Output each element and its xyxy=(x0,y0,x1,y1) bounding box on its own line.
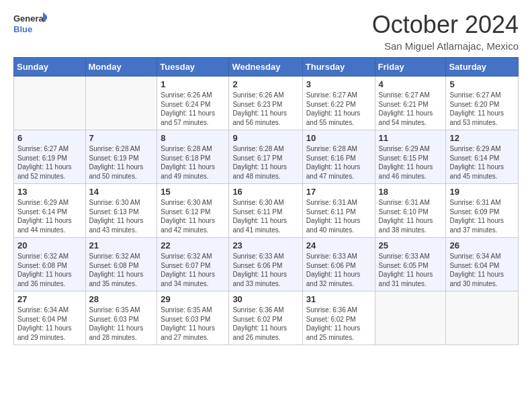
calendar-week-row: 13Sunrise: 6:29 AMSunset: 6:14 PMDayligh… xyxy=(14,184,519,238)
title-section: October 2024 San Miguel Atlamajac, Mexic… xyxy=(372,11,519,52)
header: General Blue October 2024 San Miguel Atl… xyxy=(13,11,519,52)
cell-info: Sunrise: 6:31 AMSunset: 6:11 PMDaylight:… xyxy=(306,198,371,234)
calendar-week-row: 6Sunrise: 6:27 AMSunset: 6:19 PMDaylight… xyxy=(14,130,519,184)
cell-info: Sunrise: 6:36 AMSunset: 6:02 PMDaylight:… xyxy=(232,306,298,342)
day-number: 4 xyxy=(379,79,443,89)
calendar-cell: 16Sunrise: 6:30 AMSunset: 6:11 PMDayligh… xyxy=(229,184,302,238)
cell-info: Sunrise: 6:30 AMSunset: 6:11 PMDaylight:… xyxy=(232,198,298,234)
calendar-cell xyxy=(85,77,157,130)
cell-info: Sunrise: 6:34 AMSunset: 6:04 PMDaylight:… xyxy=(17,306,82,342)
day-number: 22 xyxy=(161,240,225,250)
calendar-cell: 6Sunrise: 6:27 AMSunset: 6:19 PMDaylight… xyxy=(14,130,86,184)
day-number: 20 xyxy=(17,240,82,250)
calendar-cell: 27Sunrise: 6:34 AMSunset: 6:04 PMDayligh… xyxy=(14,291,86,345)
calendar-cell: 10Sunrise: 6:28 AMSunset: 6:16 PMDayligh… xyxy=(302,130,375,184)
day-number: 25 xyxy=(379,240,443,250)
calendar-cell: 19Sunrise: 6:31 AMSunset: 6:09 PMDayligh… xyxy=(446,184,519,238)
logo-svg: General Blue xyxy=(13,11,47,38)
calendar-cell xyxy=(446,291,519,345)
day-number: 18 xyxy=(379,187,443,197)
cell-info: Sunrise: 6:31 AMSunset: 6:09 PMDaylight:… xyxy=(449,198,515,234)
month-title: October 2024 xyxy=(372,11,519,39)
logo: General Blue xyxy=(13,11,47,38)
day-number: 3 xyxy=(306,79,371,89)
calendar: SundayMondayTuesdayWednesdayThursdayFrid… xyxy=(13,57,519,345)
calendar-header-friday: Friday xyxy=(375,58,446,77)
day-number: 12 xyxy=(449,133,515,143)
cell-info: Sunrise: 6:27 AMSunset: 6:19 PMDaylight:… xyxy=(17,144,82,181)
day-number: 13 xyxy=(17,187,82,197)
day-number: 7 xyxy=(89,133,154,143)
calendar-cell xyxy=(14,77,86,130)
calendar-header-tuesday: Tuesday xyxy=(157,58,229,77)
cell-info: Sunrise: 6:30 AMSunset: 6:12 PMDaylight:… xyxy=(161,198,225,234)
calendar-cell: 15Sunrise: 6:30 AMSunset: 6:12 PMDayligh… xyxy=(157,184,229,238)
cell-info: Sunrise: 6:32 AMSunset: 6:07 PMDaylight:… xyxy=(161,252,225,288)
calendar-cell: 25Sunrise: 6:33 AMSunset: 6:05 PMDayligh… xyxy=(375,238,446,291)
day-number: 1 xyxy=(161,79,225,89)
cell-info: Sunrise: 6:33 AMSunset: 6:06 PMDaylight:… xyxy=(306,252,371,288)
calendar-cell: 21Sunrise: 6:32 AMSunset: 6:08 PMDayligh… xyxy=(85,238,157,291)
calendar-cell: 4Sunrise: 6:27 AMSunset: 6:21 PMDaylight… xyxy=(375,77,446,130)
location: San Miguel Atlamajac, Mexico xyxy=(372,40,519,52)
calendar-header-wednesday: Wednesday xyxy=(229,58,302,77)
cell-info: Sunrise: 6:35 AMSunset: 6:03 PMDaylight:… xyxy=(161,306,225,342)
calendar-cell: 18Sunrise: 6:31 AMSunset: 6:10 PMDayligh… xyxy=(375,184,446,238)
cell-info: Sunrise: 6:36 AMSunset: 6:02 PMDaylight:… xyxy=(306,306,371,342)
cell-info: Sunrise: 6:32 AMSunset: 6:08 PMDaylight:… xyxy=(17,252,82,288)
calendar-cell: 14Sunrise: 6:30 AMSunset: 6:13 PMDayligh… xyxy=(85,184,157,238)
cell-info: Sunrise: 6:29 AMSunset: 6:14 PMDaylight:… xyxy=(17,198,82,234)
calendar-cell: 23Sunrise: 6:33 AMSunset: 6:06 PMDayligh… xyxy=(229,238,302,291)
cell-info: Sunrise: 6:28 AMSunset: 6:18 PMDaylight:… xyxy=(161,144,225,181)
day-number: 23 xyxy=(232,240,298,250)
calendar-cell: 2Sunrise: 6:26 AMSunset: 6:23 PMDaylight… xyxy=(229,77,302,130)
cell-info: Sunrise: 6:27 AMSunset: 6:22 PMDaylight:… xyxy=(306,91,371,127)
cell-info: Sunrise: 6:27 AMSunset: 6:21 PMDaylight:… xyxy=(379,91,443,127)
cell-info: Sunrise: 6:26 AMSunset: 6:23 PMDaylight:… xyxy=(232,91,298,127)
day-number: 14 xyxy=(89,187,154,197)
day-number: 8 xyxy=(161,133,225,143)
cell-info: Sunrise: 6:28 AMSunset: 6:16 PMDaylight:… xyxy=(306,144,371,181)
calendar-cell: 9Sunrise: 6:28 AMSunset: 6:17 PMDaylight… xyxy=(229,130,302,184)
calendar-cell: 3Sunrise: 6:27 AMSunset: 6:22 PMDaylight… xyxy=(302,77,375,130)
day-number: 28 xyxy=(89,294,154,304)
day-number: 15 xyxy=(161,187,225,197)
calendar-cell: 7Sunrise: 6:28 AMSunset: 6:19 PMDaylight… xyxy=(85,130,157,184)
calendar-cell: 30Sunrise: 6:36 AMSunset: 6:02 PMDayligh… xyxy=(229,291,302,345)
calendar-header-sunday: Sunday xyxy=(14,58,86,77)
cell-info: Sunrise: 6:34 AMSunset: 6:04 PMDaylight:… xyxy=(449,252,515,288)
calendar-cell: 8Sunrise: 6:28 AMSunset: 6:18 PMDaylight… xyxy=(157,130,229,184)
day-number: 31 xyxy=(306,294,371,304)
day-number: 24 xyxy=(306,240,371,250)
calendar-cell: 13Sunrise: 6:29 AMSunset: 6:14 PMDayligh… xyxy=(14,184,86,238)
cell-info: Sunrise: 6:29 AMSunset: 6:14 PMDaylight:… xyxy=(449,144,515,181)
calendar-header-saturday: Saturday xyxy=(446,58,519,77)
day-number: 17 xyxy=(306,187,371,197)
calendar-week-row: 27Sunrise: 6:34 AMSunset: 6:04 PMDayligh… xyxy=(14,291,519,345)
cell-info: Sunrise: 6:26 AMSunset: 6:24 PMDaylight:… xyxy=(161,91,225,127)
cell-info: Sunrise: 6:29 AMSunset: 6:15 PMDaylight:… xyxy=(379,144,443,181)
day-number: 6 xyxy=(17,133,82,143)
calendar-cell: 24Sunrise: 6:33 AMSunset: 6:06 PMDayligh… xyxy=(302,238,375,291)
cell-info: Sunrise: 6:31 AMSunset: 6:10 PMDaylight:… xyxy=(379,198,443,234)
calendar-cell: 29Sunrise: 6:35 AMSunset: 6:03 PMDayligh… xyxy=(157,291,229,345)
day-number: 2 xyxy=(232,79,298,89)
day-number: 10 xyxy=(306,133,371,143)
calendar-header-monday: Monday xyxy=(85,58,157,77)
day-number: 21 xyxy=(89,240,154,250)
calendar-cell: 20Sunrise: 6:32 AMSunset: 6:08 PMDayligh… xyxy=(14,238,86,291)
cell-info: Sunrise: 6:35 AMSunset: 6:03 PMDaylight:… xyxy=(89,306,154,342)
cell-info: Sunrise: 6:32 AMSunset: 6:08 PMDaylight:… xyxy=(89,252,154,288)
day-number: 30 xyxy=(232,294,298,304)
cell-info: Sunrise: 6:30 AMSunset: 6:13 PMDaylight:… xyxy=(89,198,154,234)
calendar-week-row: 20Sunrise: 6:32 AMSunset: 6:08 PMDayligh… xyxy=(14,238,519,291)
calendar-cell xyxy=(375,291,446,345)
day-number: 26 xyxy=(449,240,515,250)
calendar-header-row: SundayMondayTuesdayWednesdayThursdayFrid… xyxy=(14,58,519,77)
day-number: 29 xyxy=(161,294,225,304)
calendar-cell: 5Sunrise: 6:27 AMSunset: 6:20 PMDaylight… xyxy=(446,77,519,130)
day-number: 19 xyxy=(449,187,515,197)
svg-text:General: General xyxy=(13,13,46,24)
calendar-cell: 22Sunrise: 6:32 AMSunset: 6:07 PMDayligh… xyxy=(157,238,229,291)
cell-info: Sunrise: 6:33 AMSunset: 6:05 PMDaylight:… xyxy=(379,252,443,288)
